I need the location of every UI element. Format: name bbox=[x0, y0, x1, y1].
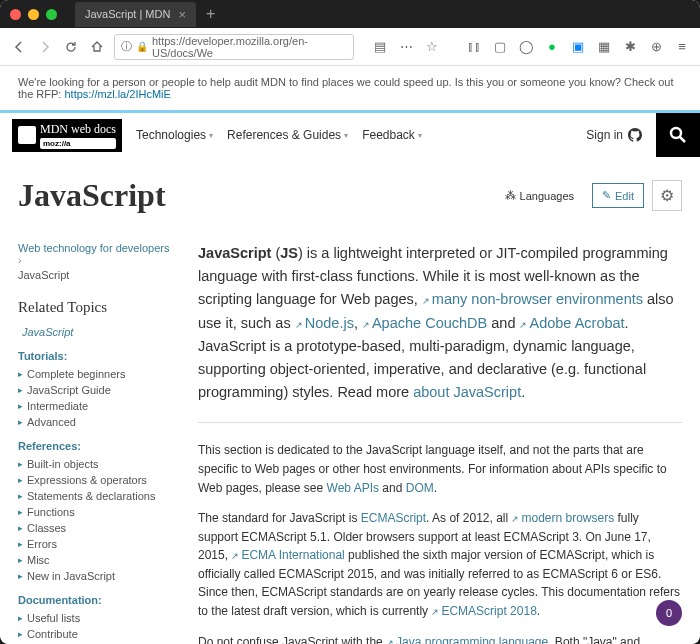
globe-icon[interactable]: ⊕ bbox=[648, 39, 664, 55]
mdn-logo[interactable]: MDN web docs moz://a bbox=[12, 119, 122, 152]
sidebar: Web technology for developers JavaScript… bbox=[18, 242, 176, 644]
github-icon bbox=[628, 128, 642, 142]
sidebar-item[interactable]: Functions bbox=[18, 504, 176, 520]
link-ecmascript[interactable]: ECMAScript bbox=[361, 511, 426, 525]
extension2-icon[interactable]: ▦ bbox=[596, 39, 612, 55]
sidebar-item[interactable]: New in JavaScript bbox=[18, 568, 176, 584]
breadcrumb-current: JavaScript bbox=[18, 269, 176, 281]
sidebar-item[interactable]: Statements & declarations bbox=[18, 488, 176, 504]
back-button[interactable] bbox=[10, 38, 28, 56]
forward-button[interactable] bbox=[36, 38, 54, 56]
nav-feedback[interactable]: Feedback bbox=[362, 128, 422, 142]
nav-technologies[interactable]: Technologies bbox=[136, 128, 213, 142]
url-text: https://developer.mozilla.org/en-US/docs… bbox=[152, 35, 347, 59]
link-browsers[interactable]: modern browsers bbox=[511, 511, 614, 525]
sidebar-item[interactable]: JavaScript Guide bbox=[18, 382, 176, 398]
star-icon[interactable]: ☆ bbox=[424, 39, 440, 55]
bug-icon[interactable]: ✱ bbox=[622, 39, 638, 55]
sidebar-item[interactable]: Intermediate bbox=[18, 398, 176, 414]
page-title: JavaScript bbox=[18, 177, 166, 214]
sidebar-current[interactable]: JavaScript bbox=[18, 326, 176, 338]
breadcrumb-parent[interactable]: Web technology for developers bbox=[18, 242, 176, 266]
link-about-js[interactable]: about JavaScript bbox=[413, 384, 521, 400]
more-icon[interactable]: ⋯ bbox=[398, 39, 414, 55]
sidebar-item[interactable]: Advanced bbox=[18, 414, 176, 430]
sidebar-item[interactable]: Contribute bbox=[18, 626, 176, 642]
link-es2018[interactable]: ECMAScript 2018 bbox=[431, 604, 536, 618]
sidebar-item[interactable]: Misc bbox=[18, 552, 176, 568]
mdn-header: MDN web docs moz://a Technologies Refere… bbox=[0, 113, 700, 157]
sidebar-item[interactable]: Expressions & operators bbox=[18, 472, 176, 488]
gear-icon: ⚙ bbox=[660, 187, 674, 204]
link-java[interactable]: Java programming language bbox=[386, 635, 548, 644]
shield-icon[interactable]: ◯ bbox=[518, 39, 534, 55]
menu-icon[interactable]: ≡ bbox=[674, 39, 690, 55]
search-icon bbox=[668, 125, 688, 145]
new-tab-button[interactable]: + bbox=[206, 5, 215, 23]
article-content: JavaScript (JS) is a lightweight interpr… bbox=[198, 242, 682, 644]
search-button[interactable] bbox=[656, 113, 700, 157]
extension-icon[interactable]: ● bbox=[544, 39, 560, 55]
link-couchdb[interactable]: Apache CouchDB bbox=[362, 315, 487, 331]
browser-toolbar: ⓘ 🔒 https://developer.mozilla.org/en-US/… bbox=[0, 28, 700, 66]
close-tab-icon[interactable]: × bbox=[178, 7, 186, 22]
notice-banner: We're looking for a person or people to … bbox=[0, 66, 700, 113]
reader-icon[interactable]: ▤ bbox=[372, 39, 388, 55]
settings-button[interactable]: ⚙ bbox=[652, 180, 682, 211]
sidebar-references-head: References: bbox=[18, 440, 176, 452]
sidebar-item[interactable]: Errors bbox=[18, 536, 176, 552]
link-acrobat[interactable]: Adobe Acrobat bbox=[519, 315, 624, 331]
dino-icon bbox=[18, 126, 36, 144]
window-titlebar: JavaScript | MDN × + bbox=[0, 0, 700, 28]
library-icon[interactable]: ⫿⫿ bbox=[466, 39, 482, 55]
sidebar-docs-head: Documentation: bbox=[18, 594, 176, 606]
sidebar-item[interactable]: Complete beginners bbox=[18, 366, 176, 382]
sidebar-item[interactable]: Useful lists bbox=[18, 610, 176, 626]
maximize-window-button[interactable] bbox=[46, 9, 57, 20]
svg-point-0 bbox=[671, 128, 681, 138]
link-dom[interactable]: DOM bbox=[406, 481, 434, 495]
link-nodejs[interactable]: Node.js bbox=[295, 315, 354, 331]
sign-in-link[interactable]: Sign in bbox=[586, 128, 642, 142]
minimize-window-button[interactable] bbox=[28, 9, 39, 20]
sidebar-tutorials-head: Tutorials: bbox=[18, 350, 176, 362]
globe-icon: ⁂ bbox=[505, 189, 516, 202]
sidebar-heading: Related Topics bbox=[18, 299, 176, 316]
notification-badge[interactable]: 0 bbox=[656, 600, 682, 626]
ublock-icon[interactable]: ▣ bbox=[570, 39, 586, 55]
lock-icon: 🔒 bbox=[136, 41, 148, 52]
sidebar-item[interactable]: Classes bbox=[18, 520, 176, 536]
close-window-button[interactable] bbox=[10, 9, 21, 20]
languages-button[interactable]: ⁂Languages bbox=[495, 183, 584, 208]
tab-title: JavaScript | MDN bbox=[85, 8, 170, 20]
sidebar-item[interactable]: Built-in objects bbox=[18, 456, 176, 472]
pencil-icon: ✎ bbox=[602, 189, 611, 202]
browser-tab[interactable]: JavaScript | MDN × bbox=[75, 2, 196, 27]
edit-button[interactable]: ✎Edit bbox=[592, 183, 644, 208]
home-button[interactable] bbox=[88, 38, 106, 56]
separator bbox=[198, 422, 682, 423]
link-ecma-intl[interactable]: ECMA International bbox=[231, 548, 344, 562]
info-icon[interactable]: ⓘ bbox=[121, 39, 132, 54]
reload-button[interactable] bbox=[62, 38, 80, 56]
nav-references[interactable]: References & Guides bbox=[227, 128, 348, 142]
link-non-browser[interactable]: many non-browser environments bbox=[422, 291, 643, 307]
notice-link[interactable]: https://mzl.la/2IHcMiE bbox=[64, 88, 170, 100]
book-icon[interactable]: ▢ bbox=[492, 39, 508, 55]
url-bar[interactable]: ⓘ 🔒 https://developer.mozilla.org/en-US/… bbox=[114, 34, 354, 60]
link-webapis[interactable]: Web APIs bbox=[327, 481, 379, 495]
